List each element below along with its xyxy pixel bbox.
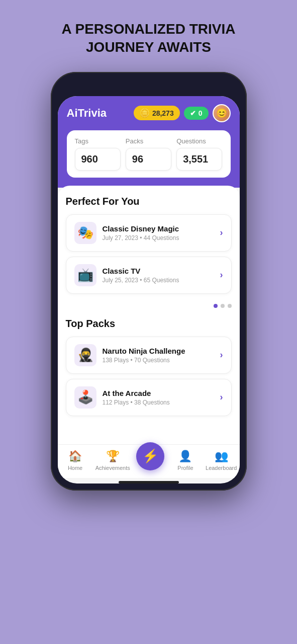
- pack-card-arcade[interactable]: 🕹️ At the Arcade 112 Plays • 38 Question…: [66, 379, 232, 416]
- coins-badge[interactable]: 🪙 28,273: [134, 106, 180, 120]
- tags-label: Tags: [75, 137, 121, 145]
- arcade-pack-name: At the Arcade: [103, 389, 170, 397]
- disney-pack-icon: 🎭: [74, 222, 96, 244]
- lightning-icon: ⚡: [142, 448, 158, 464]
- page-background: A PERSONALIZED TRIVIA JOURNEY AWAITS AiT…: [51, 20, 247, 491]
- classic-tv-chevron-icon: ›: [220, 270, 223, 280]
- classic-tv-pack-name: Classic TV: [103, 267, 179, 275]
- nav-profile[interactable]: 👤 Profile: [170, 450, 201, 471]
- phone-screen: AiTrivia 🪙 28,273 ✔ 0 😊: [58, 96, 240, 484]
- naruto-pack-meta: 138 Plays • 70 Questions: [103, 357, 185, 364]
- profile-icon: 👤: [178, 450, 192, 463]
- perfect-for-you-section: Perfect For You 🎭 Classic Disney Magic J…: [66, 196, 232, 294]
- perfect-for-you-title: Perfect For You: [66, 196, 232, 207]
- questions-label: Questions: [176, 137, 222, 145]
- coin-icon: 🪙: [140, 108, 150, 118]
- dot-1: [214, 304, 218, 308]
- dot-2: [221, 304, 225, 308]
- leaderboard-label: Leaderboard: [206, 465, 237, 471]
- classic-tv-pack-icon: 📺: [74, 264, 96, 286]
- packs-label: Packs: [126, 137, 171, 145]
- nav-achievements[interactable]: 🏆 Achievements: [95, 450, 130, 471]
- nav-home[interactable]: 🏠 Home: [60, 450, 90, 471]
- check-icon: ✔: [190, 109, 196, 117]
- arcade-pack-icon: 🕹️: [74, 386, 96, 409]
- arcade-chevron-icon: ›: [220, 392, 223, 403]
- classic-tv-pack-meta: July 25, 2023 • 65 Questions: [103, 277, 179, 284]
- check-badge[interactable]: ✔ 0: [184, 107, 209, 120]
- app-content: Perfect For You 🎭 Classic Disney Magic J…: [58, 186, 240, 444]
- naruto-chevron-icon: ›: [220, 350, 223, 360]
- questions-value: 3,551: [176, 148, 222, 171]
- top-packs-title: Top Packs: [66, 318, 232, 330]
- nav-leaderboard[interactable]: 👥 Leaderboard: [206, 450, 237, 471]
- pagination-dots: [66, 304, 232, 308]
- home-label: Home: [68, 465, 82, 471]
- home-indicator-bar: [119, 481, 179, 484]
- pack-card-naruto[interactable]: 🥷 Naruto Ninja Challenge 138 Plays • 70 …: [66, 337, 232, 374]
- phone-notch: [119, 79, 179, 93]
- stat-tags: Tags 960: [75, 137, 121, 171]
- profile-label: Profile: [177, 465, 193, 471]
- app-logo: AiTrivia: [67, 107, 107, 120]
- tags-value: 960: [75, 148, 121, 171]
- disney-pack-name: Classic Disney Magic: [103, 224, 179, 233]
- phone-frame: AiTrivia 🪙 28,273 ✔ 0 😊: [51, 72, 247, 491]
- disney-pack-meta: July 27, 2023 • 44 Questions: [103, 234, 179, 242]
- stat-packs: Packs 96: [126, 137, 171, 171]
- home-icon: 🏠: [68, 450, 82, 463]
- header-badges: 🪙 28,273 ✔ 0 😊: [134, 104, 231, 122]
- center-button[interactable]: ⚡: [136, 442, 164, 470]
- dot-3: [228, 304, 232, 308]
- pack-card-disney[interactable]: 🎭 Classic Disney Magic July 27, 2023 • 4…: [66, 214, 232, 252]
- stats-card: Tags 960 Packs 96 Questions 3,551: [67, 130, 231, 178]
- pack-card-classic-tv[interactable]: 📺 Classic TV July 25, 2023 • 65 Question…: [66, 257, 232, 294]
- packs-value: 96: [126, 148, 171, 171]
- top-packs-section: Top Packs 🥷 Naruto Ninja Challenge 138 P…: [66, 318, 232, 416]
- bottom-nav: 🏠 Home 🏆 Achievements ⚡ 👤 Profile: [58, 444, 240, 478]
- avatar[interactable]: 😊: [213, 104, 231, 122]
- page-headline: A PERSONALIZED TRIVIA JOURNEY AWAITS: [51, 20, 247, 57]
- stat-questions: Questions 3,551: [176, 137, 222, 171]
- leaderboard-icon: 👥: [215, 450, 228, 463]
- nav-center[interactable]: ⚡: [135, 450, 165, 470]
- app-header: AiTrivia 🪙 28,273 ✔ 0 😊: [58, 96, 240, 188]
- coins-value: 28,273: [152, 109, 174, 117]
- disney-chevron-icon: ›: [220, 227, 223, 238]
- achievements-icon: 🏆: [106, 450, 120, 463]
- avatar-emoji: 😊: [216, 108, 227, 119]
- naruto-pack-icon: 🥷: [74, 344, 96, 366]
- check-value: 0: [199, 109, 203, 117]
- naruto-pack-name: Naruto Ninja Challenge: [103, 347, 185, 355]
- achievements-label: Achievements: [95, 465, 130, 471]
- arcade-pack-meta: 112 Plays • 38 Questions: [103, 399, 170, 406]
